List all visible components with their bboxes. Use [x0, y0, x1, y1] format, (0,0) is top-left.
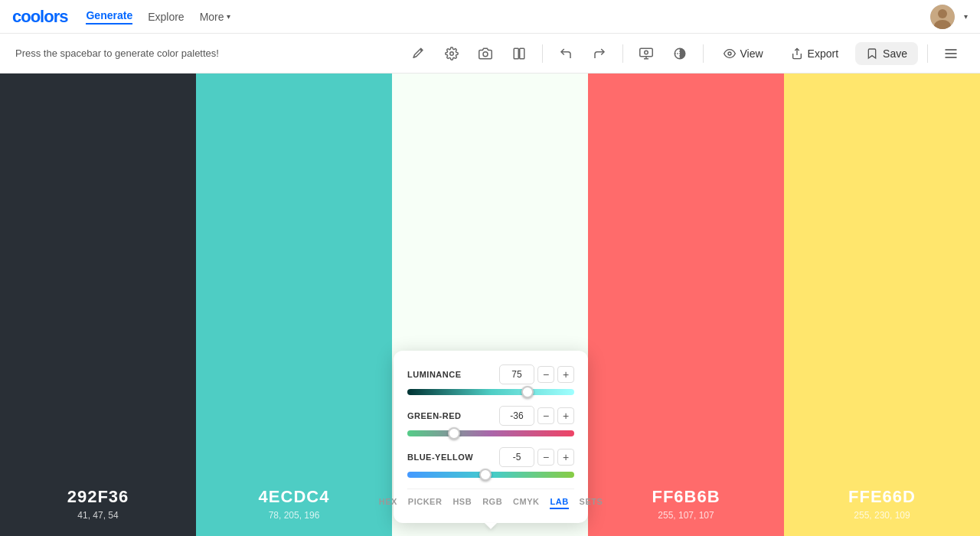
toolbar-divider-4: [927, 44, 928, 63]
green-red-value: -36: [499, 406, 534, 426]
save-label: Save: [883, 47, 907, 60]
blue-yellow-slider-thumb[interactable]: [479, 469, 492, 481]
svg-rect-7: [519, 48, 524, 59]
toolbar: Press the spacebar to generate color pal…: [0, 34, 980, 74]
logo[interactable]: coolors: [12, 7, 67, 27]
bookmark-icon: [866, 47, 878, 60]
eye-dropper-icon: [411, 47, 425, 60]
tab-rgb[interactable]: RGB: [482, 495, 502, 509]
green-red-decrease-btn[interactable]: −: [537, 407, 554, 424]
blue-yellow-label-row: BLUE-YELLOW -5 − +: [407, 447, 574, 467]
camera-icon-btn[interactable]: [472, 40, 499, 67]
lab-tab-bar: HEX PICKER HSB RGB CMYK LAB SETS: [407, 489, 574, 512]
color-panel-yellow[interactable]: FFE66D 255, 230, 109: [784, 74, 980, 536]
svg-rect-8: [639, 48, 652, 57]
svg-point-1: [938, 9, 947, 18]
color-rgb-dark: 41, 47, 54: [67, 510, 129, 521]
redo-icon: [593, 47, 606, 60]
color-rgb-teal: 78, 205, 196: [259, 510, 330, 521]
columns-icon-btn[interactable]: [505, 40, 533, 67]
tab-cmyk[interactable]: CMYK: [513, 495, 539, 509]
green-red-control: -36 − +: [499, 406, 574, 426]
avatar-chevron-icon[interactable]: ▾: [964, 12, 968, 21]
nav-generate[interactable]: Generate: [86, 9, 132, 25]
luminance-slider-thumb[interactable]: [521, 386, 534, 398]
blue-yellow-control: -5 − +: [499, 447, 574, 467]
menu-icon: [943, 46, 959, 61]
luminance-increase-btn[interactable]: +: [557, 366, 574, 383]
main-nav: Generate Explore More ▾: [86, 9, 230, 25]
tab-sets[interactable]: SETS: [580, 495, 603, 509]
blue-yellow-decrease-btn[interactable]: −: [537, 449, 554, 466]
undo-icon: [559, 47, 573, 60]
color-hex-red: FF6B6B: [652, 487, 720, 507]
contrast-icon: [673, 47, 687, 60]
nav-more[interactable]: More ▾: [200, 11, 230, 23]
green-red-slider-track[interactable]: [407, 430, 574, 436]
redo-btn[interactable]: [586, 40, 613, 67]
gear-icon: [445, 47, 459, 60]
quick-help-btn[interactable]: [632, 40, 660, 67]
save-btn[interactable]: Save: [855, 42, 918, 65]
tab-lab[interactable]: LAB: [550, 495, 568, 509]
color-info-yellow: FFE66D 255, 230, 109: [848, 487, 916, 521]
svg-point-4: [449, 51, 453, 55]
header: coolors Generate Explore More ▾ ▾: [0, 0, 980, 34]
view-btn[interactable]: View: [713, 42, 774, 65]
blue-yellow-slider-track[interactable]: [407, 472, 574, 478]
luminance-slider-track[interactable]: [407, 389, 574, 395]
blue-yellow-row: BLUE-YELLOW -5 − +: [407, 447, 574, 478]
blue-yellow-value: -5: [499, 447, 534, 467]
luminance-decrease-btn[interactable]: −: [537, 366, 554, 383]
columns-icon: [512, 47, 526, 60]
luminance-value: 75: [499, 364, 534, 384]
contrast-btn[interactable]: [666, 40, 694, 67]
settings-icon-btn[interactable]: [438, 40, 466, 67]
svg-point-3: [420, 49, 422, 51]
toolbar-divider-2: [622, 44, 623, 63]
export-btn[interactable]: Export: [780, 42, 849, 65]
toolbar-right: View Export Save: [404, 40, 965, 67]
view-label: View: [740, 47, 763, 60]
green-red-label-row: GREEN-RED -36 − +: [407, 406, 574, 426]
svg-point-5: [483, 51, 488, 56]
undo-btn[interactable]: [552, 40, 580, 67]
hamburger-btn[interactable]: [937, 40, 965, 67]
tab-hsb[interactable]: HSB: [452, 495, 472, 509]
luminance-label: LUMINANCE: [407, 370, 462, 379]
color-rgb-red: 255, 107, 107: [652, 510, 720, 521]
color-panel-teal[interactable]: 4ECDC4 78, 205, 196 LUMINANCE 75 − +: [196, 74, 392, 536]
eye-icon-btn[interactable]: [404, 40, 432, 67]
blue-yellow-label: BLUE-YELLOW: [407, 453, 473, 462]
luminance-control: 75 − +: [499, 364, 574, 384]
color-panel-red[interactable]: FF6B6B 255, 107, 107: [588, 74, 784, 536]
color-info-red: FF6B6B 255, 107, 107: [652, 487, 720, 521]
tab-picker[interactable]: PICKER: [408, 495, 443, 509]
green-red-slider-thumb[interactable]: [448, 427, 460, 440]
color-hex-teal: 4ECDC4: [259, 487, 330, 507]
svg-point-9: [644, 51, 648, 54]
view-icon: [724, 47, 736, 60]
header-left: coolors Generate Explore More ▾: [12, 7, 230, 27]
camera-icon: [479, 47, 492, 60]
luminance-row: LUMINANCE 75 − +: [407, 364, 574, 395]
blue-yellow-increase-btn[interactable]: +: [557, 449, 574, 466]
tab-hex[interactable]: HEX: [379, 495, 397, 509]
color-hex-yellow: FFE66D: [848, 487, 916, 507]
svg-rect-6: [514, 48, 518, 59]
color-info-teal: 4ECDC4 78, 205, 196: [259, 487, 330, 521]
chevron-down-icon: ▾: [227, 12, 230, 21]
header-right: ▾: [930, 5, 968, 29]
green-red-row: GREEN-RED -36 − +: [407, 406, 574, 436]
spacebar-hint: Press the spacebar to generate color pal…: [15, 47, 219, 59]
green-red-label: GREEN-RED: [407, 411, 462, 420]
nav-explore[interactable]: Explore: [148, 11, 184, 23]
avatar[interactable]: [930, 5, 955, 29]
color-info-dark: 292F36 41, 47, 54: [67, 487, 129, 521]
lab-popup: LUMINANCE 75 − + GREEN-RED -36: [394, 351, 588, 523]
toolbar-divider-3: [703, 44, 704, 63]
export-label: Export: [808, 47, 838, 60]
nav-more-label: More: [200, 11, 224, 23]
green-red-increase-btn[interactable]: +: [557, 407, 574, 424]
color-panel-dark[interactable]: 292F36 41, 47, 54: [0, 74, 196, 536]
